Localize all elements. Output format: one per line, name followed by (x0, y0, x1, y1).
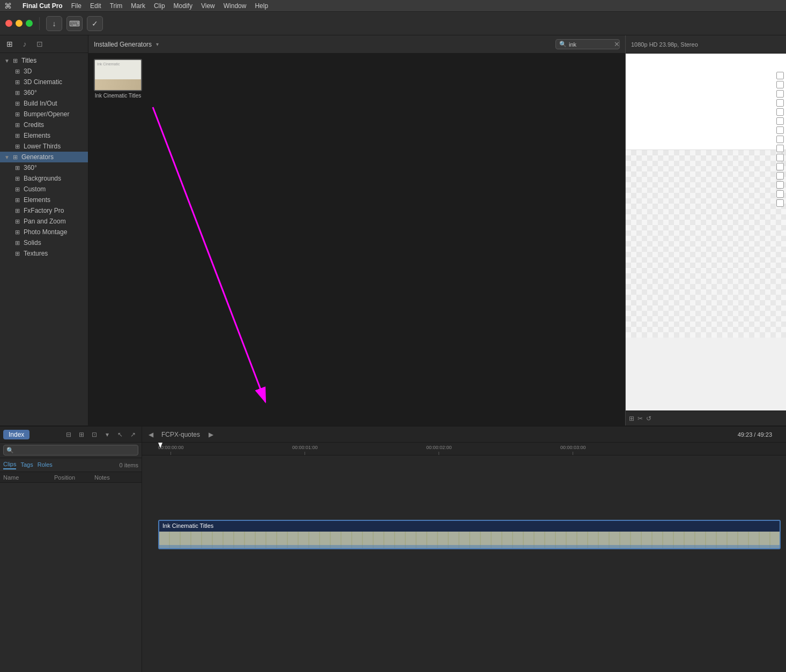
toolbar-key-btn[interactable]: ⌨ (66, 16, 83, 31)
sidebar-gen-360[interactable]: ⊞ 360° (0, 162, 88, 173)
sidebar-gen-custom[interactable]: ⊞ Custom (0, 184, 88, 195)
sidebar-gen-360-label: 360° (24, 164, 84, 171)
minimize-button[interactable] (16, 20, 23, 27)
filter-tab-clips[interactable]: Clips (3, 461, 16, 469)
sidebar-item-3d[interactable]: ⊞ 3D (0, 66, 88, 77)
sidebar-item-3d-cinematic[interactable]: ⊞ 3D Cinematic (0, 77, 88, 87)
menu-clip[interactable]: Clip (154, 2, 165, 10)
bumper-icon: ⊞ (13, 110, 21, 118)
search-input[interactable] (569, 41, 612, 48)
timeline-nav-next[interactable]: ▶ (205, 429, 216, 440)
index-column-headers: Name Position Notes (0, 472, 142, 483)
sidebar-gen-elements[interactable]: ⊞ Elements (0, 195, 88, 205)
preview-checkbox-7[interactable] (776, 126, 784, 134)
menu-file[interactable]: File (71, 2, 81, 10)
index-search-container: 🔍 (0, 443, 142, 458)
timeline-nav-prev[interactable]: ◀ (145, 429, 156, 440)
menu-modify[interactable]: Modify (174, 2, 192, 10)
preview-checkbox-2[interactable] (776, 81, 784, 88)
sidebar-gen-solids[interactable]: ⊞ Solids (0, 237, 88, 248)
index-tool-more-icon[interactable]: ⊡ (89, 429, 100, 440)
preview-tool-1[interactable]: ⊞ (629, 415, 634, 422)
preview-checkbox-6[interactable] (776, 117, 784, 125)
panel-tab-music-icon[interactable]: ♪ (19, 39, 30, 49)
index-content (0, 483, 142, 672)
preview-checkbox-13[interactable] (776, 181, 784, 189)
index-tool-down-icon[interactable]: ▾ (102, 429, 113, 440)
panel-tab-photos-icon[interactable]: ⊡ (34, 39, 45, 49)
preview-checkbox-8[interactable] (776, 136, 784, 143)
timeline-content[interactable]: Ink Cinematic Titles (142, 456, 786, 672)
close-button[interactable] (5, 20, 12, 27)
filter-tab-tags[interactable]: Tags (20, 461, 33, 469)
sidebar-lower-thirds-label: Lower Thirds (24, 143, 84, 150)
thumbnail-ink-cinematic[interactable]: Ink Cinematic Ink Cinematic Titles (94, 59, 142, 99)
preview-checkbox-3[interactable] (776, 90, 784, 98)
preview-bottom-toolbar: ⊞ ✂ ↺ (626, 410, 786, 425)
preview-tool-3[interactable]: ↺ (646, 415, 651, 422)
toolbar-check-btn[interactable]: ✓ (87, 16, 103, 31)
preview-content: ⊞ ✂ ↺ (626, 54, 786, 425)
ruler-mark-1: 00:00:01:00 (292, 445, 318, 455)
sidebar-item-bumper[interactable]: ⊞ Bumper/Opener (0, 109, 88, 120)
sidebar-gen-textures[interactable]: ⊞ Textures (0, 248, 88, 259)
sidebar-generators-header[interactable]: ▼ ⊞ Generators (0, 152, 88, 162)
index-tool-select-icon[interactable]: ↖ (115, 429, 125, 440)
sidebar-item-elements[interactable]: ⊞ Elements (0, 130, 88, 141)
menu-view[interactable]: View (201, 2, 215, 10)
menu-trim[interactable]: Trim (110, 2, 123, 10)
sidebar-titles-header[interactable]: ▼ ⊞ Titles (0, 55, 88, 66)
sidebar-gen-backgrounds[interactable]: ⊞ Backgrounds (0, 173, 88, 184)
preview-checkbox-11[interactable] (776, 163, 784, 170)
preview-checkbox-9[interactable] (776, 145, 784, 152)
preview-checkbox-14[interactable] (776, 190, 784, 198)
index-tabs-bar: Index ⊟ ⊞ ⊡ ▾ ↖ ↗ (0, 427, 142, 443)
browser-content: Ink Cinematic Ink Cinematic Titles (88, 54, 625, 425)
preview-tool-2[interactable]: ✂ (637, 415, 643, 422)
build-icon: ⊞ (13, 99, 21, 108)
index-tab[interactable]: Index (3, 430, 29, 439)
index-tool-grid-icon[interactable]: ⊞ (76, 429, 87, 440)
preview-checkbox-12[interactable] (776, 172, 784, 180)
preview-checkbox-10[interactable] (776, 154, 784, 161)
timeline-clip[interactable]: Ink Cinematic Titles (158, 520, 781, 549)
index-search-bar: 🔍 (3, 445, 138, 456)
filter-tab-roles[interactable]: Roles (38, 461, 53, 469)
index-search-input[interactable] (16, 447, 135, 453)
panel-tab-clips-icon[interactable]: ⊞ (4, 39, 15, 49)
preview-checkbox-15[interactable] (776, 199, 784, 207)
browser-dropdown-icon[interactable]: ▾ (156, 41, 159, 47)
preview-side-controls (776, 72, 784, 207)
toolbar-download-btn[interactable]: ↓ (46, 16, 62, 31)
menu-window[interactable]: Window (224, 2, 247, 10)
sidebar-item-build-in-out[interactable]: ⊞ Build In/Out (0, 98, 88, 109)
gen-pan-zoom-icon: ⊞ (13, 217, 21, 226)
menu-edit[interactable]: Edit (90, 2, 101, 10)
sidebar-item-lower-thirds[interactable]: ⊞ Lower Thirds (0, 141, 88, 152)
sidebar-3d-cinematic-label: 3D Cinematic (24, 78, 84, 86)
preview-checkbox-4[interactable] (776, 99, 784, 107)
preview-resolution: 1080p HD 23.98p, Stereo (631, 41, 698, 48)
toolbar-separator (39, 17, 40, 30)
menu-mark[interactable]: Mark (131, 2, 145, 10)
preview-checkbox-5[interactable] (776, 108, 784, 116)
menu-help[interactable]: Help (255, 2, 268, 10)
clear-search-button[interactable]: ✕ (614, 41, 620, 48)
sidebar-item-credits[interactable]: ⊞ Credits (0, 120, 88, 130)
preview-checkbox-1[interactable] (776, 72, 784, 79)
left-panel: ⊞ ♪ ⊡ ▼ ⊞ Titles ⊞ 3D ⊞ 3D Cinematic ⊞ 3… (0, 35, 88, 425)
thumb-preview-text: Ink Cinematic (97, 62, 120, 66)
sidebar-generators-label: Generators (21, 153, 84, 161)
ruler-tick-2 (439, 452, 439, 455)
index-tool-arrow-down-icon[interactable]: ↗ (128, 429, 138, 440)
sidebar-gen-fxfactory[interactable]: ⊞ FxFactory Pro (0, 205, 88, 216)
sidebar-item-360[interactable]: ⊞ 360° (0, 87, 88, 98)
timeline-area: ◀ FCPX-quotes ▶ 49:23 / 49:23 00:00:00:0… (142, 427, 786, 672)
main-content: ⊞ ♪ ⊡ ▼ ⊞ Titles ⊞ 3D ⊞ 3D Cinematic ⊞ 3… (0, 35, 786, 425)
zoom-button[interactable] (26, 20, 33, 27)
sidebar-gen-pan-zoom[interactable]: ⊞ Pan and Zoom (0, 216, 88, 227)
toolbar: ↓ ⌨ ✓ (0, 12, 786, 35)
timeline-timecode: 49:23 / 49:23 (738, 431, 772, 438)
index-tool-list-icon[interactable]: ⊟ (63, 429, 74, 440)
sidebar-gen-photo-montage[interactable]: ⊞ Photo Montage (0, 227, 88, 237)
